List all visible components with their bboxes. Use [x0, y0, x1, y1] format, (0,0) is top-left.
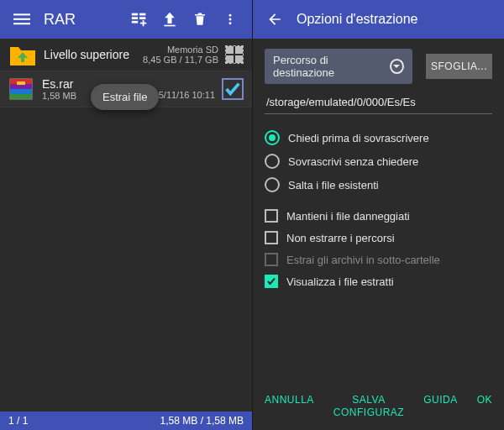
radio-overwrite[interactable]: Sovrascrivi senza chiedere	[265, 149, 492, 173]
file-checkbox[interactable]	[222, 78, 244, 100]
help-button[interactable]: GUIDA	[423, 394, 458, 418]
svg-rect-3	[132, 13, 138, 16]
check-subfolders: Estrai gli archivi in sotto-cartelle	[265, 249, 492, 270]
svg-rect-4	[132, 17, 138, 19]
svg-rect-10	[164, 25, 175, 27]
svg-rect-0	[13, 13, 30, 15]
radio-skip[interactable]: Salta i file esistenti	[265, 173, 492, 197]
radio-icon	[265, 154, 280, 169]
delete-icon[interactable]	[185, 4, 215, 34]
svg-rect-5	[132, 21, 138, 24]
radio-icon	[265, 177, 280, 192]
checkbox-icon	[265, 209, 278, 223]
checkbox-icon	[265, 253, 278, 266]
archive-add-icon[interactable]	[124, 4, 155, 34]
save-config-button[interactable]: SALVACONFIGURAZ	[333, 394, 404, 418]
path-input[interactable]	[265, 92, 492, 114]
svg-point-12	[229, 18, 232, 21]
svg-point-13	[229, 22, 232, 24]
view-grid-icon[interactable]	[225, 45, 244, 64]
storage-size: 8,45 GB / 11,7 GB	[143, 55, 218, 65]
ok-button[interactable]: OK	[477, 394, 492, 418]
selection-count: 1 / 1	[8, 415, 28, 427]
menu-icon[interactable]	[7, 4, 37, 34]
browse-button[interactable]: SFOGLIA...	[426, 54, 492, 79]
rar-file-icon	[8, 76, 34, 102]
right-appbar: Opzioni d'estrazione	[253, 0, 504, 39]
destination-label: Percorso di destinazione	[273, 54, 385, 79]
svg-rect-18	[10, 94, 32, 99]
svg-point-11	[229, 14, 232, 17]
svg-rect-19	[17, 81, 25, 85]
checkbox-icon	[265, 231, 278, 244]
destination-dropdown[interactable]: Percorso di destinazione	[265, 49, 412, 84]
checkbox-icon	[265, 275, 278, 288]
dialog-title: Opzioni d'estrazione	[297, 12, 417, 27]
svg-rect-6	[139, 13, 145, 16]
app-title: RAR	[44, 11, 76, 29]
dialog-actions: ANNULLA SALVACONFIGURAZ GUIDA OK	[253, 384, 504, 430]
svg-rect-1	[13, 18, 30, 20]
left-status-bar: 1 / 1 1,58 MB / 1,58 MB	[0, 412, 252, 430]
radio-icon	[265, 130, 280, 145]
file-date: 15/11/16 10:11	[154, 90, 215, 100]
radio-ask-overwrite[interactable]: Chiedi prima di sovrascrivere	[265, 126, 492, 149]
svg-rect-2	[13, 23, 30, 24]
folder-up-icon	[8, 44, 35, 66]
check-no-paths[interactable]: Non estrarre i percorsi	[265, 227, 492, 249]
selection-size: 1,58 MB / 1,58 MB	[160, 415, 244, 427]
check-show-extracted[interactable]: Visualizza i file estratti	[265, 270, 492, 292]
more-icon[interactable]	[215, 4, 245, 34]
extract-tooltip: Estrai file	[91, 84, 159, 110]
chevron-down-icon	[390, 59, 404, 74]
check-keep-broken[interactable]: Mantieni i file danneggiati	[265, 205, 492, 227]
svg-rect-7	[139, 17, 145, 19]
parent-folder-row[interactable]: Livello superiore Memoria SD 8,45 GB / 1…	[0, 39, 252, 71]
parent-folder-label: Livello superiore	[44, 48, 143, 61]
svg-rect-9	[140, 23, 146, 24]
back-icon[interactable]	[260, 4, 290, 34]
extract-icon[interactable]	[155, 4, 185, 34]
left-appbar: RAR	[0, 0, 252, 39]
svg-rect-17	[10, 89, 32, 94]
storage-label: Memoria SD	[167, 45, 218, 55]
cancel-button[interactable]: ANNULLA	[265, 394, 314, 418]
